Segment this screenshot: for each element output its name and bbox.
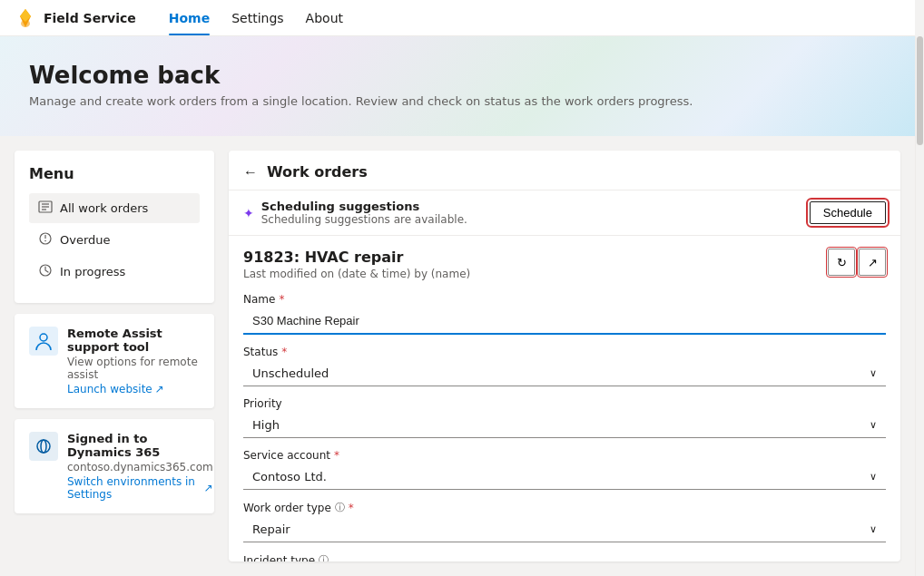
required-indicator-sa: * <box>334 449 339 462</box>
scheduling-text: Scheduling suggestions Scheduling sugges… <box>261 200 467 226</box>
scrollbar-thumb[interactable] <box>917 36 923 145</box>
panel-title: Work orders <box>267 163 368 181</box>
panel-header: ← Work orders <box>229 151 900 190</box>
content-area: Menu All work orders Overdue <box>0 136 915 576</box>
required-indicator-wot: * <box>349 502 354 514</box>
dynamics365-desc: contoso.dynamics365.com <box>67 461 213 473</box>
chevron-down-icon: ∨ <box>870 367 877 379</box>
menu-title: Menu <box>29 165 200 182</box>
field-status: Status * Unscheduled ∨ <box>243 346 886 386</box>
sidebar-item-overdue[interactable]: Overdue <box>29 225 200 255</box>
field-incident-type: Incident type ⓘ ∨ <box>243 553 886 561</box>
dynamics365-name: Signed in to Dynamics 365 <box>67 432 213 459</box>
app-logo: Field Service <box>15 7 151 29</box>
sidebar-item-all-work-orders[interactable]: All work orders <box>29 193 200 223</box>
refresh-button[interactable]: ↻ <box>828 249 855 276</box>
open-external-icon: ↗ <box>868 256 878 269</box>
scheduling-banner: ✦ Scheduling suggestions Scheduling sugg… <box>229 190 900 236</box>
app-logo-icon <box>15 7 36 29</box>
scheduling-title: Scheduling suggestions <box>261 200 467 213</box>
hero-banner: Welcome back Manage and create work orde… <box>0 36 915 136</box>
open-external-button[interactable]: ↗ <box>859 249 886 276</box>
menu-card: Menu All work orders Overdue <box>15 151 214 303</box>
wo-header: 91823: HVAC repair Last modified on (dat… <box>243 249 886 280</box>
svg-marker-2 <box>20 9 31 22</box>
remote-assist-info: Remote Assist support tool View options … <box>67 327 200 395</box>
nav-item-about[interactable]: About <box>295 0 354 35</box>
scheduling-left: ✦ Scheduling suggestions Scheduling sugg… <box>243 200 467 226</box>
field-incident-type-label: Incident type ⓘ <box>243 553 886 561</box>
name-input[interactable] <box>243 308 886 335</box>
work-order-type-value: Repair <box>252 522 290 536</box>
field-priority: Priority High ∨ <box>243 397 886 438</box>
work-order-type-select[interactable]: Repair ∨ <box>243 517 886 542</box>
remote-assist-link[interactable]: Launch website ↗ <box>67 383 200 395</box>
app-brand: Field Service <box>44 11 136 25</box>
work-order-detail: 91823: HVAC repair Last modified on (dat… <box>243 236 886 561</box>
priority-value: High <box>252 418 280 432</box>
svg-point-9 <box>44 240 46 242</box>
dynamics365-link[interactable]: Switch environments in Settings ↗ <box>67 475 213 501</box>
dynamics365-info: Signed in to Dynamics 365 contoso.dynami… <box>67 432 213 501</box>
panel-body: ✦ Scheduling suggestions Scheduling sugg… <box>229 190 900 561</box>
field-work-order-type: Work order type ⓘ * Repair ∨ <box>243 501 886 542</box>
back-arrow-icon: ← <box>243 164 258 181</box>
overdue-icon <box>38 231 53 249</box>
nav-item-settings[interactable]: Settings <box>221 0 294 35</box>
in-progress-icon <box>38 263 53 280</box>
svg-rect-13 <box>29 432 58 461</box>
back-button[interactable]: ← <box>243 164 258 181</box>
nav-items: Home Settings About <box>158 0 354 35</box>
chevron-down-icon-sa: ∨ <box>870 471 877 483</box>
scrollbar[interactable] <box>915 36 924 576</box>
external-link-icon: ↗ <box>155 383 164 395</box>
nav-item-home[interactable]: Home <box>158 0 221 35</box>
info-icon-wot[interactable]: ⓘ <box>335 501 345 514</box>
scheduling-subtitle: Scheduling suggestions are available. <box>261 213 467 226</box>
hero-subtitle: Manage and create work orders from a sin… <box>29 94 886 108</box>
remote-assist-icon <box>29 327 58 356</box>
field-name: Name * <box>243 293 886 335</box>
wo-actions: ↻ ↗ <box>828 249 886 276</box>
field-name-label: Name * <box>243 293 886 306</box>
required-indicator-status: * <box>281 346 287 358</box>
required-indicator: * <box>279 293 284 306</box>
chevron-down-icon-priority: ∨ <box>870 419 877 431</box>
field-priority-label: Priority <box>243 397 886 410</box>
status-select[interactable]: Unscheduled ∨ <box>243 361 886 386</box>
list-icon <box>38 200 53 217</box>
status-value: Unscheduled <box>252 366 329 380</box>
sparkle-icon: ✦ <box>243 206 254 220</box>
remote-assist-icon-wrap <box>29 327 58 356</box>
wo-subtitle: Last modified on (date & time) by (name) <box>243 268 470 280</box>
remote-assist-card: Remote Assist support tool View options … <box>15 314 214 408</box>
dynamics365-icon <box>29 432 58 461</box>
service-account-value: Contoso Ltd. <box>252 470 327 483</box>
work-orders-panel: ← Work orders ✦ Scheduling suggestions S… <box>229 151 900 561</box>
field-status-label: Status * <box>243 346 886 358</box>
schedule-button[interactable]: Schedule <box>810 201 886 224</box>
external-link-icon2: ↗ <box>204 482 213 494</box>
wo-title: 91823: HVAC repair <box>243 249 470 266</box>
dynamics365-card: Signed in to Dynamics 365 contoso.dynami… <box>15 419 214 513</box>
sidebar-item-label-all: All work orders <box>60 201 148 215</box>
main-content: Welcome back Manage and create work orde… <box>0 36 915 576</box>
sidebar-item-label-progress: In progress <box>60 265 125 278</box>
sidebar-item-in-progress[interactable]: In progress <box>29 257 200 287</box>
topnav: Field Service Home Settings About <box>0 0 915 36</box>
remote-assist-name: Remote Assist support tool <box>67 327 200 354</box>
sidebar-item-label-overdue: Overdue <box>60 233 111 247</box>
field-service-account: Service account * Contoso Ltd. ∨ <box>243 449 886 490</box>
remote-assist-desc: View options for remote assist <box>67 356 200 381</box>
service-account-select[interactable]: Contoso Ltd. ∨ <box>243 464 886 490</box>
hero-title: Welcome back <box>29 62 886 89</box>
chevron-down-icon-wot: ∨ <box>870 523 877 535</box>
dynamics365-icon-wrap <box>29 432 58 461</box>
refresh-icon: ↻ <box>837 256 847 269</box>
info-icon-it[interactable]: ⓘ <box>319 553 329 561</box>
sidebar: Menu All work orders Overdue <box>15 151 214 561</box>
field-work-order-type-label: Work order type ⓘ * <box>243 501 886 514</box>
priority-select[interactable]: High ∨ <box>243 413 886 438</box>
field-service-account-label: Service account * <box>243 449 886 462</box>
wo-title-area: 91823: HVAC repair Last modified on (dat… <box>243 249 470 280</box>
